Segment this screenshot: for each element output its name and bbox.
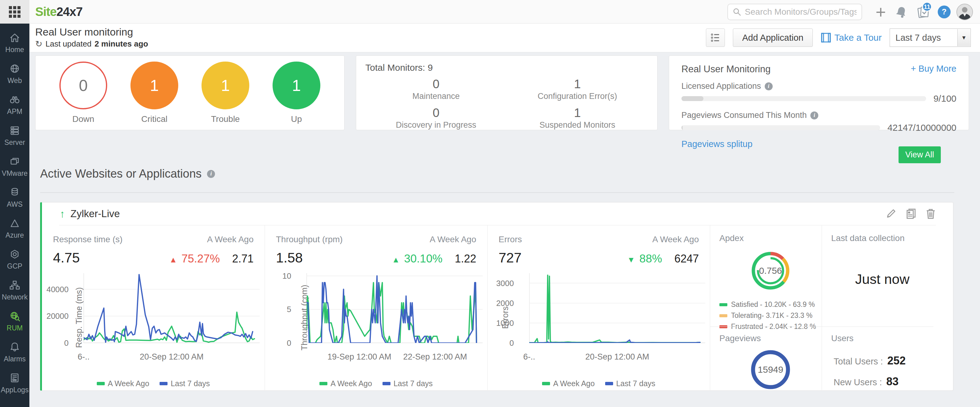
- last-updated-value: 2 minutes ago: [95, 39, 148, 49]
- status-critical[interactable]: 1 Critical: [130, 62, 178, 124]
- rum-icon: [9, 310, 21, 322]
- maintenance-count: 0Maintenance: [365, 77, 507, 101]
- view-all-button[interactable]: View All: [899, 146, 941, 163]
- take-a-tour-link[interactable]: Take a Tour: [821, 32, 882, 43]
- sidebar-item-azure[interactable]: Azure: [0, 213, 29, 244]
- status-down[interactable]: 0 Down: [59, 62, 107, 124]
- x-axis-label: 22-Sep 12:00 AM: [403, 352, 467, 362]
- compare-label: A Week Ago: [430, 235, 476, 244]
- sidebar-item-network[interactable]: Network: [0, 275, 29, 306]
- sidebar-item-aws[interactable]: AWS: [0, 182, 29, 213]
- report-icon[interactable]: [905, 208, 917, 219]
- y-tick-label: 10: [282, 271, 291, 280]
- list-view-button[interactable]: [706, 29, 725, 47]
- throughput-chart[interactable]: Throughput (cpm)051019-Sep 12:00 AM22-Se…: [276, 270, 476, 365]
- response-time-panel: Response time (s)A Week Ago 4.75 ▲75.27%…: [42, 226, 265, 390]
- time-range-select[interactable]: Last 7 days ▼: [890, 29, 971, 47]
- site24x7-logo[interactable]: Site24x7: [35, 5, 83, 19]
- help-icon[interactable]: ?: [935, 0, 953, 24]
- suspended-count: 1Suspended Monitors: [507, 106, 648, 130]
- search-input[interactable]: [745, 7, 857, 17]
- week-ago-value: 1.22: [455, 252, 476, 265]
- total-monitors-title: Total Monitors: 9: [365, 62, 648, 73]
- applogs-icon: [9, 372, 21, 384]
- legend-entry: A Week Ago: [542, 379, 595, 388]
- apdex-donut[interactable]: 0.756: [719, 245, 822, 298]
- app-launcher-button[interactable]: [0, 0, 29, 24]
- time-range-value: Last 7 days: [890, 33, 941, 43]
- legend-entry: A Week Ago: [320, 379, 372, 388]
- sidebar-item-home[interactable]: Home: [0, 27, 29, 58]
- sidebar-item-alarms[interactable]: Alarms: [0, 337, 29, 367]
- vmware-icon: [9, 155, 21, 167]
- week-ago-value: 6247: [675, 252, 699, 265]
- application-card-zylker-live: ↑ Zylker-Live Response time (s)A Week Ag…: [40, 202, 953, 391]
- add-monitor-button[interactable]: +: [872, 0, 890, 24]
- apdex-score: 0.756: [759, 266, 782, 276]
- change-percent: 75.27%: [181, 252, 220, 265]
- add-application-button[interactable]: Add Application: [733, 29, 813, 47]
- sidebar-item-applogs[interactable]: AppLogs: [0, 367, 29, 398]
- left-nav-sidebar: Home Web APM Server VMware AWS Azure GC: [0, 24, 29, 407]
- search-icon: [733, 7, 741, 16]
- sidebar-item-apm[interactable]: APM: [0, 89, 29, 120]
- page-header: Real User monitoring ↻ Last updated 2 mi…: [29, 24, 980, 52]
- notification-count-badge: 11: [922, 2, 932, 12]
- x-axis-label: 19-Sep 12:00 AM: [328, 352, 391, 362]
- total-users-value: 252: [887, 355, 905, 367]
- apps-grid-icon: [9, 6, 21, 18]
- application-name[interactable]: Zylker-Live: [70, 208, 120, 219]
- sidebar-item-vmware[interactable]: VMware: [0, 151, 29, 182]
- user-avatar[interactable]: [955, 0, 975, 24]
- y-tick-label: 20000: [46, 312, 68, 321]
- new-users-row: New Users : 83: [834, 375, 934, 388]
- legend-entry: Last 7 days: [159, 379, 210, 388]
- sidebar-item-gcp[interactable]: GCP: [0, 244, 29, 275]
- legend-entry: A Week Ago: [97, 379, 150, 388]
- delete-icon[interactable]: [926, 208, 936, 219]
- chart-legend: A Week AgoLast 7 days: [499, 379, 699, 388]
- binoculars-icon: [9, 94, 21, 106]
- pageviews-title: Pageviews: [719, 334, 822, 343]
- pageviews-consumed-value: 42147/10000000: [888, 122, 956, 133]
- current-value: 1.58: [276, 250, 303, 266]
- licensed-apps-value: 9/100: [934, 94, 956, 104]
- buy-more-link[interactable]: + Buy More: [911, 64, 956, 74]
- apdex-pageviews-column: Apdex 0.756 Satis: [710, 226, 822, 390]
- sidebar-item-rum[interactable]: RUM: [0, 306, 29, 337]
- apdex-legend-tolerating: Tolerating- 3.71K - 23.3 %: [719, 312, 822, 320]
- metric-label: Response time (s): [53, 235, 123, 244]
- info-icon[interactable]: i: [765, 83, 773, 91]
- pageviews-ring[interactable]: 15949: [719, 348, 822, 391]
- status-up[interactable]: 1 Up: [272, 62, 320, 124]
- chart-legend: A Week AgoLast 7 days: [53, 379, 254, 388]
- rum-license-card: Real User Monitoring + Buy More Licensed…: [669, 56, 969, 130]
- response-time-chart[interactable]: Resp. Time (ms)020000400006-..20-Sep 12:…: [53, 270, 254, 365]
- info-icon[interactable]: i: [207, 170, 215, 178]
- status-trouble[interactable]: 1 Trouble: [202, 62, 249, 124]
- notifications-bell-icon[interactable]: [893, 0, 910, 24]
- ordered-list-icon: [710, 32, 721, 43]
- compare-label: A Week Ago: [652, 235, 699, 244]
- sidebar-item-server[interactable]: Server: [0, 120, 29, 151]
- trend-arrow-icon: ▲: [169, 255, 177, 265]
- pageviews-splitup-link[interactable]: Pageviews splitup: [681, 139, 752, 149]
- edit-icon[interactable]: [886, 208, 897, 219]
- current-value: 4.75: [53, 250, 80, 266]
- refresh-icon[interactable]: ↻: [35, 39, 42, 49]
- last-data-title: Last data collection: [831, 233, 934, 243]
- sidebar-item-web[interactable]: Web: [0, 58, 29, 89]
- lastdata-users-column: Last data collection Just now Users Tota…: [822, 226, 934, 390]
- last-data-value: Just now: [831, 271, 934, 287]
- x-axis-label: 20-Sep 12:00 AM: [585, 352, 649, 362]
- errors-chart[interactable]: Errors01000200030006-..20-Sep 12:00 AM: [499, 270, 699, 365]
- section-title: Active Websites or Applications: [40, 167, 202, 180]
- home-icon: [9, 32, 21, 44]
- total-users-row: Total Users : 252: [834, 355, 934, 367]
- last-updated-label: Last updated: [45, 39, 91, 49]
- sidebar-item-statusiq[interactable]: [0, 398, 29, 407]
- gcp-icon: [9, 248, 21, 260]
- global-search[interactable]: [727, 4, 862, 20]
- info-icon[interactable]: i: [810, 111, 818, 119]
- tasks-icon[interactable]: 11: [914, 0, 932, 24]
